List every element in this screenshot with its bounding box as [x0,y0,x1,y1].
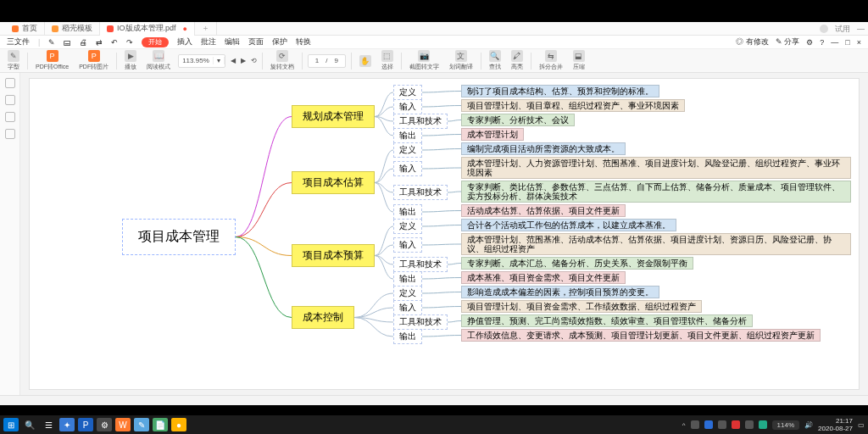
mindmap-sub: 输入 [393,237,422,253]
mindmap-leaf: 成本管理计划、范围基准、活动成本估算、估算依据、项目进度计划、资源日历、风险登记… [461,233,851,255]
mindmap-sub: 输入 [393,161,422,176]
menu-item[interactable]: 转换 [296,36,311,47]
tray-icon[interactable] [704,420,713,429]
mindmap-sub: 定义 [393,142,422,158]
menu-item[interactable]: 保护 [272,36,287,47]
btn-split[interactable]: ⇆拆分合并 [537,50,565,71]
rail-thumb-icon[interactable] [5,78,15,88]
tab-templates[interactable]: 稻壳模板 [45,22,100,36]
notification-icon[interactable]: ▭ [858,421,865,429]
tab-home[interactable]: 首页 [5,22,45,36]
tray-up-icon[interactable]: ^ [682,421,686,429]
app-icon[interactable]: ⚙ [97,418,112,431]
nav-right-icon[interactable]: ▶ [241,57,246,64]
btn-select[interactable]: ⬚选择 [379,50,396,71]
rail-attach-icon[interactable] [5,112,15,122]
nav-left-icon[interactable]: ◀ [231,57,236,64]
tray-icon[interactable] [732,420,740,429]
btn-ocr[interactable]: 📷截图转文字 [407,50,442,71]
min-icon[interactable]: — [857,25,865,33]
taskview-icon[interactable]: ☰ [41,418,56,431]
mindmap-leaf: 影响造成成本偏差的因素，控制项目预算的变更。 [461,286,659,298]
page-total: 9 [331,57,341,64]
btn-pdf2img[interactable]: PPDF转图片 [76,50,111,71]
menu-right[interactable]: □ [845,38,849,47]
btn-highlight[interactable]: 🖍高亮 [509,50,526,71]
tray-icon[interactable] [745,420,754,429]
clock[interactable]: 21:17 2020-08-27 [818,417,853,432]
app-icon[interactable]: 📄 [153,418,168,431]
menu-right[interactable]: — [831,38,838,47]
btn-find[interactable]: 🔍查找 [487,50,504,71]
menu-icon[interactable]: ✎ [48,38,55,47]
menu-file[interactable]: 三文件 [7,36,30,47]
user-label: 试用 [835,24,850,35]
mindmap-sub: 工具和技术 [393,257,448,272]
menu-item[interactable]: 页面 [248,36,264,47]
mindmap-leaf: 编制完成项目活动所需资源的大致成本。 [461,142,626,155]
tab-label: 稻壳模板 [62,23,92,34]
mindmap-root: 项目成本管理 [122,219,236,255]
app-icon[interactable]: ● [171,418,186,431]
btn-readmode[interactable]: 📖阅读模式 [144,50,173,71]
mindmap-leaf: 专家判断、类比估算、参数估算、三点估算、自下而上估算、储备分析、质量成本、项目管… [461,181,851,203]
btn-compress[interactable]: ⬓压缩 [570,50,587,71]
tray-icon[interactable] [718,420,726,429]
mindmap-sub: 输入 [393,99,422,114]
app-statusbar [0,395,868,405]
menu-item[interactable]: 批注 [201,36,216,47]
zoom-readout: 114% [772,420,799,430]
mindmap-branch: 成本控制 [292,306,354,329]
app-icon[interactable]: ✦ [59,418,75,431]
menu-item[interactable]: 编辑 [225,36,240,47]
btn-pdf2office[interactable]: PPDF转Office [33,50,71,71]
nav-reset-icon[interactable]: ⟲ [251,57,257,64]
mindmap-sub: 工具和技术 [393,114,448,129]
mindmap-leaf: 项目管理计划、项目章程、组织过程资产、事业环境因素 [461,99,685,112]
start-icon[interactable]: ⊞ [3,418,19,431]
mindmap-branch: 规划成本管理 [292,105,375,128]
app-icon[interactable]: ✎ [134,418,149,431]
zoom-box[interactable]: 113.95%▾ [178,54,225,68]
system-tray[interactable]: ^ 114% 🔊 21:17 2020-08-27 ▭ [682,417,865,432]
mindmap-leaf: 合计各个活动或工作包的估算成本，以建立成本基准。 [461,219,676,231]
tab-add[interactable]: ＋ [195,22,217,36]
tab-document[interactable]: IO版成本管理.pdf● [100,22,195,36]
zoom-value: 113.95% [179,57,214,64]
mindmap-sub: 定义 [393,219,422,234]
mindmap-leaf: 专家判断、成本汇总、储备分析、历史关系、资金限制平衡 [461,257,693,270]
menu-item[interactable]: 插入 [177,36,192,47]
btn-translate[interactable]: 文划词翻译 [447,50,476,71]
avatar[interactable] [820,25,828,33]
page-box[interactable]: 1 / 9 [308,54,346,68]
mindmap-leaf: 成本基准、项目资金需求、项目文件更新 [461,271,626,284]
volume-icon[interactable]: 🔊 [804,421,813,429]
menu-icon[interactable]: ⇄ [96,38,103,47]
menu-right[interactable]: × [857,38,861,47]
menu-icon[interactable]: 🖴 [64,38,71,47]
page-canvas[interactable]: 项目成本管理制订了项目成本结构、估算、预算和控制的标准。定义项目管理计划、项目章… [29,78,860,390]
toolbar: ✎字型 PPDF转Office PPDF转图片 ▶播放 📖阅读模式 113.95… [0,49,868,73]
btn-rotate[interactable]: ⟳旋转文档 [268,50,297,71]
page-sep: / [322,57,331,64]
menu-icon[interactable]: 🖨 [80,38,87,47]
tray-icon[interactable] [691,420,699,429]
menu-right[interactable]: ? [820,38,824,47]
btn-char[interactable]: ✎字型 [5,50,22,71]
menu-right[interactable]: ⚙ [806,38,813,47]
tray-icon[interactable] [759,420,767,429]
rail-search-icon[interactable] [5,129,15,139]
menu-right[interactable]: ◎ 有修改 [736,36,769,47]
btn-hand[interactable]: ✋ [357,55,374,67]
menu-right[interactable]: ✎ 分享 [776,36,800,47]
menu-icon[interactable]: ↶ [111,38,118,47]
app-icon[interactable]: W [115,418,131,431]
rail-bookmark-icon[interactable] [5,95,15,105]
menu-icon[interactable]: ↷ [126,38,133,47]
app-icon[interactable]: P [78,418,93,431]
left-rail [0,73,20,395]
search-icon[interactable]: 🔍 [22,418,37,431]
mindmap-branch: 项目成本预算 [292,244,375,267]
menu-start[interactable]: 开始 [142,37,169,47]
btn-play[interactable]: ▶播放 [122,50,139,71]
